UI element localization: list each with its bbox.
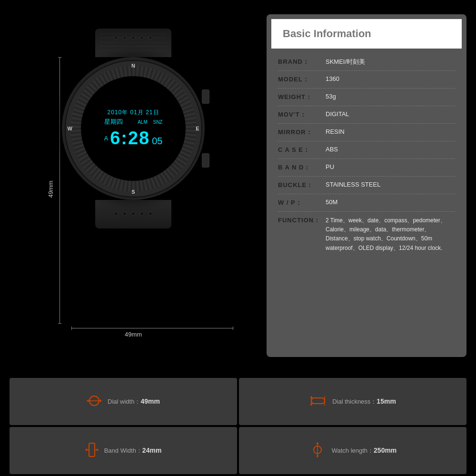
info-row: MIRROR：RESIN	[278, 124, 455, 141]
info-row-value: 2 Time、week、date、compass、pedometer、Calor…	[326, 216, 455, 253]
svg-rect-9	[89, 443, 95, 456]
info-row-label: FUNCTION：	[278, 216, 326, 225]
measure-value: 250mm	[374, 446, 397, 454]
svg-rect-4	[311, 398, 325, 404]
info-row-value: 50M	[326, 198, 455, 206]
svg-marker-8	[310, 404, 313, 406]
svg-marker-12	[85, 448, 87, 451]
dim-label-height: 49mm	[47, 180, 54, 198]
band-hole	[114, 212, 118, 216]
band-hole	[131, 36, 135, 40]
svg-marker-2	[87, 399, 89, 402]
watch-day-row: 星期四 ALM SNZ	[104, 118, 163, 126]
measure-value: 15mm	[377, 397, 396, 405]
watch-container: 49mm N S E	[33, 29, 233, 352]
band-hole	[140, 212, 144, 216]
watch-time: 6:28	[110, 128, 150, 149]
measure-value: 49mm	[140, 397, 159, 405]
info-row-value: 1360	[326, 75, 455, 82]
main-area: 49mm N S E	[0, 0, 476, 376]
info-row-label: W / P：	[278, 198, 326, 207]
info-row-label: MOV'T：	[278, 110, 326, 119]
measure-icon	[309, 394, 327, 409]
info-row-value: RESIN	[326, 128, 455, 135]
measure-value: 24mm	[142, 446, 161, 454]
band-hole	[149, 36, 152, 40]
measure-icon	[85, 442, 99, 459]
info-row: MOV'T：DIGITAL	[278, 106, 455, 124]
info-row-label: MODEL：	[278, 75, 326, 84]
watch-a-label: A	[104, 135, 109, 142]
svg-marker-16	[316, 442, 319, 444]
side-button-top[interactable]	[202, 89, 209, 104]
svg-marker-17	[316, 456, 319, 457]
band-holes-top	[95, 29, 171, 40]
watch-alm: ALM	[138, 119, 148, 125]
side-button-bottom[interactable]	[202, 153, 209, 168]
info-row: MODEL：1360	[278, 71, 455, 89]
dim-label-width: 49mm	[125, 331, 142, 338]
measure-label: Dial thickness：	[332, 398, 377, 405]
watch-case: N S E W 2010年 01月 21日 星期四	[62, 57, 205, 200]
info-row-label: BRAND：	[278, 58, 326, 66]
band-bottom	[95, 200, 171, 228]
info-row-value: 53g	[326, 93, 455, 100]
measure-text: Dial width：49mm	[108, 397, 160, 406]
info-body: BRAND：SKMEI/时刻美MODEL：1360WEIGHT：53gMOV'T…	[267, 49, 466, 262]
info-row: BUCKLE：STAINLESS STEEL	[278, 177, 455, 194]
compass-west: W	[68, 126, 72, 131]
measure-icon	[309, 442, 326, 459]
info-row-value: DIGITAL	[326, 110, 455, 118]
watch-time-row: A 6:28 05	[104, 128, 163, 149]
watch-snz: SNZ	[153, 119, 162, 125]
measure-bar: Watch length：250mm	[239, 427, 466, 474]
info-header: Basic Information	[271, 19, 462, 49]
info-row-label: B A N D：	[278, 163, 326, 172]
measure-bar: Dial thickness：15mm	[239, 378, 466, 425]
watch-display: 2010年 01月 21日 星期四 ALM SNZ A 6:28 05	[99, 104, 168, 153]
info-row-value: PU	[326, 163, 455, 170]
band-hole	[131, 212, 135, 216]
measure-bar: Band Width：24mm	[10, 427, 237, 474]
measure-label: Dial width：	[108, 398, 140, 405]
bottom-bars: Dial width：49mmDial thickness：15mmBand W…	[0, 376, 476, 476]
watch-date: 2010年 01月 21日	[104, 109, 163, 117]
measure-label: Band Width：	[104, 447, 142, 454]
band-hole	[114, 36, 118, 40]
info-row-value: STAINLESS STEEL	[326, 181, 455, 188]
band-hole	[123, 36, 127, 40]
dim-line-horizontal	[71, 328, 233, 328]
compass-south: S	[131, 189, 135, 195]
info-row-value: ABS	[326, 146, 455, 153]
svg-marker-3	[100, 399, 102, 402]
band-hole	[123, 212, 127, 216]
band-top	[95, 29, 171, 57]
info-row-label: BUCKLE：	[278, 181, 326, 189]
info-row-label: MIRROR：	[278, 128, 326, 137]
dim-line-vertical	[60, 57, 60, 324]
info-row: W / P：50M	[278, 194, 455, 212]
info-row-label: C A S E：	[278, 146, 326, 154]
measure-icon	[87, 393, 102, 410]
band-hole	[149, 212, 152, 216]
info-row: FUNCTION：2 Time、week、date、compass、pedome…	[278, 212, 455, 257]
svg-marker-13	[97, 448, 99, 451]
info-row-value: SKMEI/时刻美	[326, 58, 455, 66]
band-hole	[140, 36, 144, 40]
info-row: WEIGHT：53g	[278, 89, 455, 106]
compass-north: N	[131, 63, 135, 69]
page-wrapper: 49mm N S E	[0, 0, 476, 476]
measure-text: Band Width：24mm	[104, 446, 162, 455]
svg-marker-7	[310, 396, 313, 398]
info-row: C A S E：ABS	[278, 141, 455, 159]
info-row: BRAND：SKMEI/时刻美	[278, 53, 455, 71]
measure-text: Dial thickness：15mm	[332, 397, 396, 406]
compass-east: E	[196, 126, 199, 131]
watch-face: 2010年 01月 21日 星期四 ALM SNZ A 6:28 05	[81, 76, 186, 181]
watch-section: 49mm N S E	[10, 10, 257, 371]
info-panel: Basic Information BRAND：SKMEI/时刻美MODEL：1…	[267, 14, 466, 357]
measure-label: Watch length：	[332, 447, 374, 454]
info-row: B A N D：PU	[278, 159, 455, 177]
band-holes-bottom	[95, 200, 171, 216]
watch-day: 星期四	[104, 118, 123, 126]
